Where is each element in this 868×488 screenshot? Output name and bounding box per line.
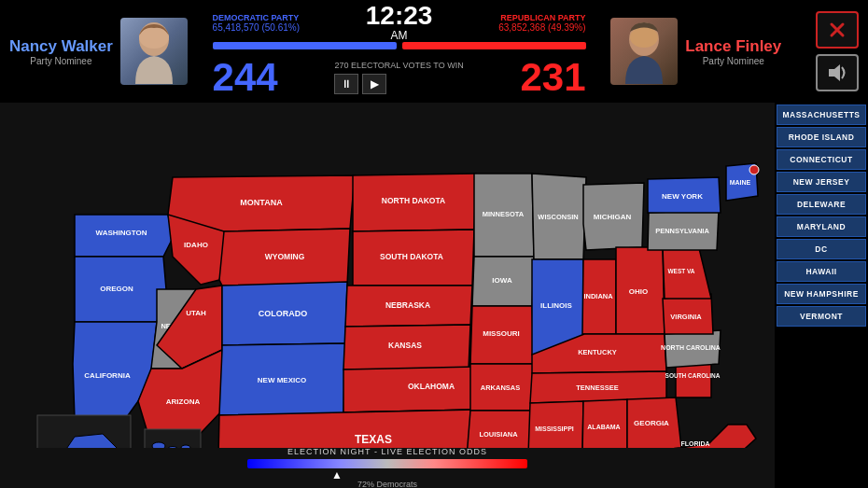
candidate-left-party: Party Nominee <box>9 56 113 66</box>
sidebar-state-md[interactable]: MARYLAND <box>777 216 866 237</box>
svg-marker-6 <box>829 64 840 81</box>
svg-text:WASHINGTON: WASHINGTON <box>96 229 147 237</box>
svg-text:ALABAMA: ALABAMA <box>587 424 620 430</box>
legend-bar: ELECTION NIGHT - LIVE ELECTION ODDS ▲ 72… <box>0 448 775 488</box>
svg-text:MICHIGAN: MICHIGAN <box>594 213 632 221</box>
candidate-left: Nancy Walker Party Nominee <box>9 18 188 85</box>
svg-text:ARKANSAS: ARKANSAS <box>481 383 521 392</box>
svg-text:NORTH CAROLINA: NORTH CAROLINA <box>661 344 721 351</box>
sidebar-state-ma[interactable]: MASSACHUSETTS <box>777 105 866 125</box>
svg-text:TENNESSEE: TENNESSEE <box>576 383 618 392</box>
svg-text:LOUISIANA: LOUISIANA <box>479 430 518 439</box>
svg-text:NEBRASKA: NEBRASKA <box>385 300 430 310</box>
sidebar-state-nh[interactable]: NEW HAMPSHIRE <box>777 284 866 304</box>
svg-text:SOUTH CAROLINA: SOUTH CAROLINA <box>665 372 721 379</box>
svg-text:GEORGIA: GEORGIA <box>634 419 669 427</box>
sidebar-state-hi[interactable]: HAWAII <box>777 261 866 282</box>
svg-text:KENTUCKY: KENTUCKY <box>578 348 617 356</box>
svg-text:MISSOURI: MISSOURI <box>483 329 520 338</box>
svg-text:NORTH DAKOTA: NORTH DAKOTA <box>382 196 445 205</box>
electoral-scores: 244 270 ELECTORAL VOTES TO WIN ⏸ ▶ 231 <box>213 55 586 100</box>
candidate-right-avatar <box>610 18 678 85</box>
svg-text:WISCONSIN: WISCONSIN <box>538 213 578 221</box>
vote-info-row: DEMOCRATIC PARTY 65,418,570 (50.61%) 12:… <box>213 3 586 42</box>
clock-center: 12:23 AM <box>366 3 433 42</box>
svg-text:IDAHO: IDAHO <box>184 241 208 249</box>
svg-text:WEST VA: WEST VA <box>667 268 694 274</box>
vote-bar-row <box>213 42 586 49</box>
action-buttons <box>816 11 859 91</box>
candidate-left-avatar <box>120 18 188 85</box>
sidebar-state-vt[interactable]: VERMONT <box>777 306 866 327</box>
blue-party-label: DEMOCRATIC PARTY 65,418,570 (50.61%) <box>213 13 300 33</box>
map-container: WASHINGTON OREGON CALIFORNIA NEVADA IDAH… <box>0 103 775 488</box>
svg-text:OHIO: OHIO <box>629 287 648 296</box>
sidebar-state-dc[interactable]: DC <box>777 239 866 259</box>
legend-gradient <box>247 459 527 468</box>
svg-text:OKLAHOMA: OKLAHOMA <box>408 382 455 391</box>
svg-text:IOWA: IOWA <box>492 276 512 285</box>
right-sidebar: MASSACHUSETTS RHODE ISLAND CONNECTICUT N… <box>775 103 868 488</box>
sound-button[interactable] <box>816 54 859 91</box>
pause-button[interactable]: ⏸ <box>334 74 358 94</box>
sidebar-state-ct[interactable]: CONNECTICUT <box>777 149 866 170</box>
svg-text:ARIZONA: ARIZONA <box>166 397 201 406</box>
svg-text:FLORIDA: FLORIDA <box>680 440 709 447</box>
us-map: WASHINGTON OREGON CALIFORNIA NEVADA IDAH… <box>0 103 775 457</box>
svg-text:MINNESOTA: MINNESOTA <box>483 210 525 218</box>
candidate-left-name: Nancy Walker <box>9 37 113 56</box>
clock-ampm: AM <box>366 29 433 42</box>
blue-vote-count: 65,418,570 (50.61%) <box>213 22 300 33</box>
svg-text:UTAH: UTAH <box>186 309 206 317</box>
vote-bar-blue <box>213 42 397 49</box>
svg-text:SOUTH DAKOTA: SOUTH DAKOTA <box>380 252 443 261</box>
play-button[interactable]: ▶ <box>362 74 386 94</box>
candidate-left-info: Nancy Walker Party Nominee <box>9 37 113 66</box>
svg-text:KANSAS: KANSAS <box>388 341 422 350</box>
svg-text:PENNSYLVANIA: PENNSYLVANIA <box>655 227 709 235</box>
red-party-label: REPUBLICAN PARTY 63,852,368 (49.39%) <box>498 13 585 33</box>
svg-text:MONTANA: MONTANA <box>240 198 283 207</box>
sidebar-state-ri[interactable]: RHODE ISLAND <box>777 127 866 147</box>
svg-text:NEW YORK: NEW YORK <box>662 192 703 201</box>
svg-text:VIRGINIA: VIRGINIA <box>670 313 702 321</box>
scoreboard: DEMOCRATIC PARTY 65,418,570 (50.61%) 12:… <box>213 3 586 100</box>
candidate-right-name: Lance Finley <box>685 37 781 56</box>
svg-text:MISSISSIPPI: MISSISSIPPI <box>535 425 574 432</box>
to-win-label: 270 ELECTORAL VOTES TO WIN <box>334 61 463 70</box>
candidate-right: Lance Finley Party Nominee <box>610 18 781 85</box>
svg-text:COLORADO: COLORADO <box>259 309 308 318</box>
svg-text:NEW MEXICO: NEW MEXICO <box>258 376 306 384</box>
playback-controls: ⏸ ▶ <box>334 74 463 94</box>
red-vote-count: 63,852,368 (49.39%) <box>498 22 585 33</box>
legend-title: ELECTION NIGHT - LIVE ELECTION ODDS <box>287 447 487 456</box>
svg-text:MAINE: MAINE <box>730 179 751 186</box>
svg-text:OREGON: OREGON <box>100 285 133 293</box>
close-button[interactable] <box>816 11 859 49</box>
candidate-right-info: Lance Finley Party Nominee <box>685 37 781 66</box>
svg-text:WYOMING: WYOMING <box>265 252 305 261</box>
clock-display: 12:23 <box>366 3 433 29</box>
svg-point-3 <box>630 27 658 48</box>
legend-pct: 72% Democrats <box>357 480 417 488</box>
svg-point-90 <box>749 165 759 174</box>
red-electoral-score: 231 <box>521 55 586 100</box>
vote-bar-red <box>402 42 586 49</box>
sidebar-state-nj[interactable]: NEW JERSEY <box>777 172 866 192</box>
svg-text:INDIANA: INDIANA <box>583 292 613 300</box>
blue-electoral-score: 244 <box>213 55 278 100</box>
svg-text:TEXAS: TEXAS <box>355 433 392 446</box>
svg-text:CALIFORNIA: CALIFORNIA <box>84 371 131 380</box>
svg-text:ILLINOIS: ILLINOIS <box>540 301 572 310</box>
sidebar-state-de[interactable]: DELEWARE <box>777 194 866 215</box>
candidate-right-party: Party Nominee <box>685 56 781 66</box>
legend-arrow: ▲ <box>331 468 343 481</box>
header: Nancy Walker Party Nominee DEMOCRATIC PA… <box>0 0 868 103</box>
